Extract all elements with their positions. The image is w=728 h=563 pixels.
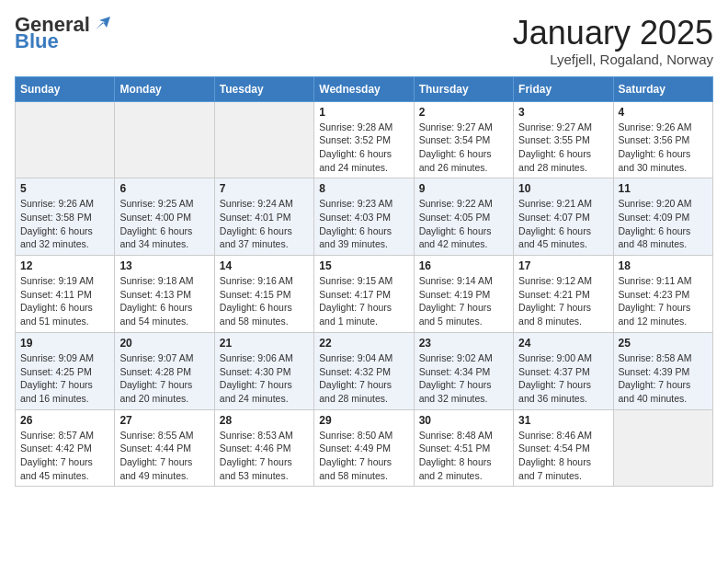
day-number: 6	[119, 182, 209, 195]
day-info: Sunrise: 8:48 AM Sunset: 4:51 PM Dayligh…	[419, 429, 508, 483]
day-number: 11	[619, 182, 708, 195]
calendar-cell: 28Sunrise: 8:53 AM Sunset: 4:46 PM Dayli…	[214, 409, 313, 487]
day-info: Sunrise: 9:20 AM Sunset: 4:09 PM Dayligh…	[619, 197, 708, 251]
logo-icon	[92, 13, 112, 33]
month-title: January 2025	[513, 15, 713, 52]
calendar-cell: 12Sunrise: 9:19 AM Sunset: 4:11 PM Dayli…	[16, 256, 115, 333]
calendar-cell: 22Sunrise: 9:04 AM Sunset: 4:32 PM Dayli…	[314, 332, 414, 409]
day-info: Sunrise: 8:57 AM Sunset: 4:42 PM Dayligh…	[20, 429, 109, 483]
day-number: 12	[20, 259, 109, 272]
day-info: Sunrise: 8:50 AM Sunset: 4:49 PM Dayligh…	[319, 429, 408, 483]
day-info: Sunrise: 9:04 AM Sunset: 4:32 PM Dayligh…	[319, 351, 408, 406]
calendar-week-row: 12Sunrise: 9:19 AM Sunset: 4:11 PM Dayli…	[16, 256, 713, 333]
calendar-cell: 17Sunrise: 9:12 AM Sunset: 4:21 PM Dayli…	[514, 256, 613, 333]
calendar-cell: 25Sunrise: 8:58 AM Sunset: 4:39 PM Dayli…	[613, 332, 712, 409]
calendar-cell: 30Sunrise: 8:48 AM Sunset: 4:51 PM Dayli…	[414, 409, 513, 487]
day-number: 27	[119, 414, 209, 427]
day-number: 23	[419, 337, 508, 350]
calendar-cell: 27Sunrise: 8:55 AM Sunset: 4:44 PM Dayli…	[115, 409, 214, 487]
day-info: Sunrise: 8:46 AM Sunset: 4:54 PM Dayligh…	[518, 429, 608, 483]
calendar-cell: 1Sunrise: 9:28 AM Sunset: 3:52 PM Daylig…	[314, 101, 414, 178]
svg-marker-0	[96, 17, 110, 29]
calendar-cell	[214, 101, 313, 178]
calendar-table: SundayMondayTuesdayWednesdayThursdayFrid…	[15, 76, 713, 488]
day-number: 1	[319, 106, 408, 119]
day-info: Sunrise: 9:22 AM Sunset: 4:05 PM Dayligh…	[419, 197, 508, 251]
day-number: 20	[119, 337, 209, 350]
day-number: 29	[319, 414, 408, 427]
day-info: Sunrise: 9:02 AM Sunset: 4:34 PM Dayligh…	[419, 351, 508, 406]
calendar-cell: 11Sunrise: 9:20 AM Sunset: 4:09 PM Dayli…	[613, 178, 712, 256]
calendar-week-row: 1Sunrise: 9:28 AM Sunset: 3:52 PM Daylig…	[16, 101, 713, 178]
calendar-cell: 9Sunrise: 9:22 AM Sunset: 4:05 PM Daylig…	[414, 178, 513, 256]
calendar-cell: 6Sunrise: 9:25 AM Sunset: 4:00 PM Daylig…	[115, 178, 214, 256]
calendar-cell: 14Sunrise: 9:16 AM Sunset: 4:15 PM Dayli…	[214, 256, 313, 333]
day-info: Sunrise: 8:53 AM Sunset: 4:46 PM Dayligh…	[220, 429, 309, 483]
day-number: 2	[419, 106, 508, 119]
day-info: Sunrise: 9:27 AM Sunset: 3:55 PM Dayligh…	[518, 121, 608, 175]
day-number: 28	[220, 414, 309, 427]
day-number: 31	[518, 414, 608, 427]
day-number: 19	[20, 337, 109, 350]
day-of-week-header: Wednesday	[314, 76, 414, 101]
day-info: Sunrise: 9:28 AM Sunset: 3:52 PM Dayligh…	[319, 121, 408, 175]
calendar-cell	[16, 101, 115, 178]
day-number: 26	[20, 414, 109, 427]
day-number: 25	[619, 337, 708, 350]
calendar-cell	[613, 409, 712, 487]
calendar-cell: 7Sunrise: 9:24 AM Sunset: 4:01 PM Daylig…	[214, 178, 313, 256]
location: Lyefjell, Rogaland, Norway	[513, 52, 713, 67]
day-info: Sunrise: 9:14 AM Sunset: 4:19 PM Dayligh…	[419, 274, 508, 328]
day-info: Sunrise: 9:26 AM Sunset: 3:58 PM Dayligh…	[20, 197, 109, 251]
day-info: Sunrise: 9:18 AM Sunset: 4:13 PM Dayligh…	[119, 274, 209, 328]
calendar-cell: 16Sunrise: 9:14 AM Sunset: 4:19 PM Dayli…	[414, 256, 513, 333]
title-block: January 2025 Lyefjell, Rogaland, Norway	[513, 15, 713, 67]
day-info: Sunrise: 9:26 AM Sunset: 3:56 PM Dayligh…	[619, 121, 708, 175]
day-number: 3	[518, 106, 608, 119]
calendar-cell: 18Sunrise: 9:11 AM Sunset: 4:23 PM Dayli…	[613, 256, 712, 333]
day-of-week-header: Monday	[115, 76, 214, 101]
day-number: 14	[220, 259, 309, 272]
calendar-cell: 26Sunrise: 8:57 AM Sunset: 4:42 PM Dayli…	[16, 409, 115, 487]
day-info: Sunrise: 8:58 AM Sunset: 4:39 PM Dayligh…	[619, 351, 708, 406]
day-of-week-header: Friday	[514, 76, 613, 101]
day-of-week-header: Sunday	[16, 76, 115, 101]
day-info: Sunrise: 9:07 AM Sunset: 4:28 PM Dayligh…	[119, 351, 209, 406]
day-info: Sunrise: 9:09 AM Sunset: 4:25 PM Dayligh…	[20, 351, 109, 406]
day-info: Sunrise: 8:55 AM Sunset: 4:44 PM Dayligh…	[119, 429, 209, 483]
day-number: 9	[419, 182, 508, 195]
day-of-week-header: Tuesday	[214, 76, 313, 101]
day-number: 13	[119, 259, 209, 272]
day-info: Sunrise: 9:12 AM Sunset: 4:21 PM Dayligh…	[518, 274, 608, 328]
day-number: 7	[220, 182, 309, 195]
day-info: Sunrise: 9:27 AM Sunset: 3:54 PM Dayligh…	[419, 121, 508, 175]
day-info: Sunrise: 9:23 AM Sunset: 4:03 PM Dayligh…	[319, 197, 408, 251]
calendar-cell: 4Sunrise: 9:26 AM Sunset: 3:56 PM Daylig…	[613, 101, 712, 178]
calendar-cell: 24Sunrise: 9:00 AM Sunset: 4:37 PM Dayli…	[514, 332, 613, 409]
calendar-cell: 15Sunrise: 9:15 AM Sunset: 4:17 PM Dayli…	[314, 256, 414, 333]
logo: General Blue	[15, 15, 112, 52]
day-info: Sunrise: 9:21 AM Sunset: 4:07 PM Dayligh…	[518, 197, 608, 251]
day-info: Sunrise: 9:25 AM Sunset: 4:00 PM Dayligh…	[119, 197, 209, 251]
calendar-cell: 31Sunrise: 8:46 AM Sunset: 4:54 PM Dayli…	[514, 409, 613, 487]
day-of-week-header: Thursday	[414, 76, 513, 101]
day-info: Sunrise: 9:00 AM Sunset: 4:37 PM Dayligh…	[518, 351, 608, 406]
calendar-cell: 2Sunrise: 9:27 AM Sunset: 3:54 PM Daylig…	[414, 101, 513, 178]
calendar-cell: 10Sunrise: 9:21 AM Sunset: 4:07 PM Dayli…	[514, 178, 613, 256]
day-number: 8	[319, 182, 408, 195]
day-number: 24	[518, 337, 608, 350]
day-number: 15	[319, 259, 408, 272]
calendar-cell: 13Sunrise: 9:18 AM Sunset: 4:13 PM Dayli…	[115, 256, 214, 333]
day-info: Sunrise: 9:06 AM Sunset: 4:30 PM Dayligh…	[220, 351, 309, 406]
calendar-header-row: SundayMondayTuesdayWednesdayThursdayFrid…	[16, 76, 713, 101]
page-header: General Blue January 2025 Lyefjell, Roga…	[15, 15, 713, 67]
calendar-cell: 3Sunrise: 9:27 AM Sunset: 3:55 PM Daylig…	[514, 101, 613, 178]
day-number: 4	[619, 106, 708, 119]
day-info: Sunrise: 9:19 AM Sunset: 4:11 PM Dayligh…	[20, 274, 109, 328]
calendar-cell: 23Sunrise: 9:02 AM Sunset: 4:34 PM Dayli…	[414, 332, 513, 409]
calendar-week-row: 19Sunrise: 9:09 AM Sunset: 4:25 PM Dayli…	[16, 332, 713, 409]
day-number: 5	[20, 182, 109, 195]
calendar-cell: 20Sunrise: 9:07 AM Sunset: 4:28 PM Dayli…	[115, 332, 214, 409]
calendar-week-row: 5Sunrise: 9:26 AM Sunset: 3:58 PM Daylig…	[16, 178, 713, 256]
day-info: Sunrise: 9:15 AM Sunset: 4:17 PM Dayligh…	[319, 274, 408, 328]
